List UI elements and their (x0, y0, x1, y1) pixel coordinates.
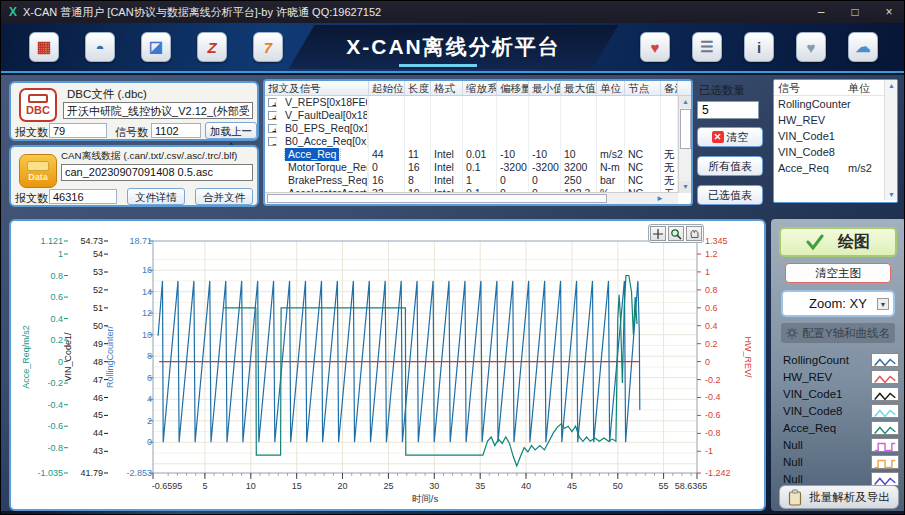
image-tool-icon[interactable]: ◪ (141, 32, 171, 62)
table-row[interactable]: Acce_Req4411Intel0.01-10-1010m/s2NC无 (265, 148, 678, 161)
axis-tick-label: 0.8 (705, 285, 745, 295)
axis-tick-label: -1.242 (705, 468, 745, 478)
legend-item[interactable]: Acce_Req (783, 419, 899, 436)
table-row[interactable]: −B0_Acce_Req[0x18F103E (265, 135, 678, 148)
app-logo-icon: X (9, 5, 17, 19)
column-header[interactable]: 起始位 (369, 81, 405, 95)
scroll-up-icon[interactable]: ▲ (885, 82, 898, 89)
cursor-tool-icon[interactable] (650, 226, 666, 241)
chart-panel: 1.12110.80.60.40.20-0.2-0.4-0.6-0.8-1.03… (9, 219, 766, 511)
column-header[interactable]: 最小值 (529, 81, 561, 95)
can-file-input[interactable]: can_20230907091408 0.5.asc (61, 164, 253, 181)
list-scrollbar[interactable]: ▲ ▼ (884, 80, 897, 200)
maximize-button[interactable]: □ (838, 1, 872, 23)
pan-tool-icon[interactable] (686, 226, 702, 241)
close-button[interactable]: × (872, 1, 905, 23)
legend-item[interactable]: Null (783, 453, 899, 470)
column-header[interactable]: 单位 (597, 81, 625, 95)
message-name[interactable]: B0_EPS_Req[0x18F101B6 (282, 122, 368, 135)
dropdown-arrow-icon[interactable]: ▼ (877, 298, 889, 310)
file-detail-button[interactable]: 文件详情 (127, 188, 185, 205)
column-header[interactable]: 格式 (431, 81, 463, 95)
column-header[interactable]: 长度 (405, 81, 431, 95)
table-row[interactable]: MotorTorque_Req016Intel0.1-3200-32003200… (265, 161, 678, 174)
signal-name[interactable]: BrakePress_Req (285, 174, 368, 187)
batch-export-button[interactable]: 批量解析及导出 (779, 485, 899, 509)
scroll-down-icon[interactable]: ▼ (679, 181, 692, 193)
expand-icon[interactable]: + (268, 111, 277, 120)
scroll-down-icon[interactable]: ▼ (885, 191, 898, 198)
clear-selection-button[interactable]: ✕ 清空 (697, 127, 763, 147)
message-name[interactable]: B0_Acce_Req[0x18F103E (282, 135, 368, 148)
draw-button[interactable]: 绘图 (779, 227, 897, 257)
table-row[interactable]: +B0_EPS_Req[0x18F101B6 (265, 122, 678, 135)
legend-item[interactable]: RollingCount (783, 351, 899, 368)
all-values-button[interactable]: 所有值表 (697, 156, 763, 176)
z-tool-icon[interactable]: Z (197, 32, 227, 62)
dbc-file-panel: DBC DBC文件 (.dbc) 开沃中研院_线控协议_V2.12_(外部受 报… (9, 81, 259, 141)
collapse-icon[interactable]: − (268, 137, 277, 146)
heart-icon[interactable]: ♥ (640, 32, 670, 62)
list-item[interactable]: VIN_Code1 (774, 128, 897, 144)
table-vertical-scrollbar[interactable]: ▲ ▼ (678, 96, 691, 193)
chart-toolbar (648, 224, 704, 243)
legend-item[interactable]: VIN_Code1 (783, 385, 899, 402)
configure-axes-button[interactable]: 配置Y轴和曲线名 (781, 323, 895, 343)
minimize-button[interactable]: – (804, 1, 838, 23)
scrollbar-thumb[interactable] (267, 194, 607, 203)
helmet-tool-icon[interactable]: ◓ (85, 32, 115, 62)
expand-icon[interactable]: + (268, 124, 277, 133)
column-header[interactable]: 节点 (625, 81, 661, 95)
signal-name[interactable]: MotorTorque_Req (285, 161, 368, 174)
list-item[interactable]: RollingCounter (774, 96, 897, 112)
load-previous-button[interactable]: 加载上一个 (205, 122, 257, 139)
column-header[interactable]: 偏移量 (497, 81, 529, 95)
signal-name[interactable]: Acce_Req (285, 148, 340, 161)
legend-label: RollingCount (783, 354, 849, 366)
title-underline (399, 64, 477, 67)
list-item[interactable]: HW_REV (774, 112, 897, 128)
column-header[interactable]: 最大值 (561, 81, 597, 95)
scrollbar-thumb[interactable] (680, 109, 691, 149)
table-row[interactable]: +V_FaultDeal[0x18FE34AC (265, 109, 678, 122)
legend-item[interactable]: VIN_Code8 (783, 402, 899, 419)
title-bar: X X-CAN 普通用户 [CAN协议与数据离线分析平台]-by 许晓通 QQ:… (1, 1, 905, 23)
protocol-tool-icon[interactable]: ▦ (29, 32, 59, 62)
clear-main-plot-button[interactable]: 清空主图 (785, 263, 891, 283)
message-name[interactable]: V_REPS[0x18FE02A0] (282, 96, 368, 109)
selected-count-input[interactable] (697, 101, 759, 119)
zoom-tool-icon[interactable] (668, 226, 684, 241)
app-title: X-CAN离线分析平台 (346, 33, 561, 61)
legend-item[interactable]: Null (783, 436, 899, 453)
dbc-sig-count-label: 信号数 (115, 125, 148, 140)
message-name[interactable]: V_FaultDeal[0x18FE34AC (282, 109, 368, 122)
legend-label: Acce_Req (783, 422, 836, 434)
axis-tick-label: -0.2 (705, 375, 745, 385)
seven-tool-icon[interactable]: 7 (253, 32, 283, 62)
merge-file-button[interactable]: 合并文件 (195, 188, 253, 205)
plot-control-panel: 绘图 清空主图 Zoom: XY ▼ 配置Y轴和曲线名 RollingCount… (771, 219, 905, 511)
column-header[interactable]: 备注 (661, 81, 678, 95)
table-horizontal-scrollbar[interactable]: ► (265, 192, 678, 204)
list-item[interactable]: Acce_Reqm/s2 (774, 160, 897, 176)
column-header[interactable]: 缩放系数 (463, 81, 497, 95)
selected-values-button[interactable]: 已选值表 (697, 185, 763, 205)
scroll-up-icon[interactable]: ▲ (679, 96, 692, 108)
table-cell: 1 (463, 174, 497, 187)
dbc-file-input[interactable]: 开沃中研院_线控协议_V2.12_(外部受 (63, 102, 253, 119)
legend-item[interactable]: HW_REV (783, 368, 899, 385)
list-icon[interactable]: ☰ (692, 32, 722, 62)
info-icon[interactable]: i (744, 32, 774, 62)
x-axis-title: 时间/s (390, 493, 460, 506)
list-item[interactable]: VIN_Code8 (774, 144, 897, 160)
scroll-right-icon[interactable]: ► (656, 193, 664, 205)
table-row[interactable]: BrakePress_Req168Intel100250barNC无 (265, 174, 678, 187)
donate-icon[interactable]: ♥ (796, 32, 826, 62)
column-header[interactable]: 报文及信号 (265, 81, 369, 95)
axis-tick-label: 2 (116, 416, 152, 426)
table-row[interactable]: +V_REPS[0x18FE02A0] (265, 96, 678, 109)
cloud-icon[interactable]: ☁ (848, 32, 878, 62)
expand-icon[interactable]: + (268, 98, 277, 107)
zoom-mode-select[interactable]: Zoom: XY ▼ (781, 290, 895, 317)
axis-tick-label: 0 (116, 437, 152, 447)
